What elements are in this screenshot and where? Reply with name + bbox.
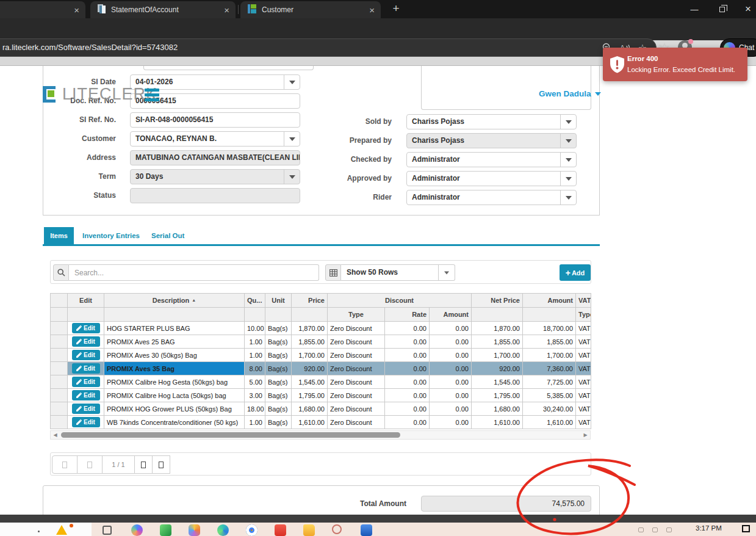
system-tray[interactable] (638, 527, 672, 532)
remarks-textarea[interactable] (421, 66, 591, 110)
discount-rate-cell: 0.00 (385, 335, 430, 349)
qty-cell: 1.00 (245, 335, 265, 349)
tab-inventory-entries[interactable]: Inventory Entries (82, 227, 140, 244)
add-item-button[interactable]: + Add (560, 264, 591, 281)
alert-dot (70, 524, 73, 527)
excel-icon[interactable] (160, 524, 171, 536)
tab-items[interactable]: Items (44, 227, 74, 244)
edit-row-button[interactable]: Edit (72, 336, 100, 347)
pencil-icon (76, 352, 82, 358)
task-view-icon[interactable] (103, 526, 112, 535)
table-row[interactable]: EditPROMIX Aves 35 Bag8.00Bag(s)920.00Ze… (51, 362, 591, 375)
column-header-price[interactable]: Price (292, 294, 328, 308)
approved-by-label: Approved by (327, 171, 406, 186)
tab-close-icon[interactable]: × (74, 5, 79, 15)
si-ref-no-field[interactable]: SI-AR-048-0000056415 (130, 112, 300, 128)
table-row[interactable]: EditPROMIX Aves 30 (50kgs) Bag1.00Bag(s)… (51, 349, 591, 362)
chevron-down-icon[interactable] (284, 75, 300, 89)
chevron-down-icon[interactable] (560, 115, 576, 129)
column-header-vat[interactable]: VAT (576, 294, 591, 308)
table-row[interactable]: EditPROMIX Calibre Hog Gesta (50kgs) bag… (51, 375, 591, 389)
cursor-dot (38, 531, 40, 532)
rider-field[interactable]: Administrator (406, 190, 577, 205)
approved-by-field[interactable]: Administrator (406, 171, 577, 186)
browser-tab-customer[interactable]: Customer × (240, 1, 381, 18)
column-header-net-price[interactable]: Net Price (472, 294, 523, 308)
discount-type-cell: Zero Discount (328, 402, 385, 416)
pagination-first-button[interactable] (52, 455, 77, 474)
pagination-next-button[interactable] (134, 455, 153, 474)
tab-close-icon[interactable]: × (369, 5, 375, 15)
chevron-down-icon[interactable] (560, 190, 576, 205)
description-cell: HOG STARTER PLUS BAG (104, 322, 245, 335)
edit-row-button[interactable]: Edit (72, 350, 100, 360)
column-header-amount[interactable]: Amount (523, 294, 576, 308)
compass-app-icon[interactable] (332, 524, 342, 534)
chevron-down-icon[interactable] (439, 264, 455, 281)
browser-tab-statement[interactable]: StatementOfAccount × (90, 1, 236, 18)
price-cell: 1,680.00 (292, 402, 328, 416)
edit-row-button[interactable]: Edit (72, 404, 100, 414)
edit-row-button[interactable]: Edit (72, 363, 100, 374)
table-row[interactable]: EditPROMIX Aves 25 BAG1.00Bag(s)1,855.00… (51, 335, 591, 349)
row-select-cell (51, 375, 68, 389)
row-select-cell (51, 389, 68, 402)
scroll-right-icon[interactable]: ▶ (581, 431, 589, 439)
file-explorer-icon[interactable] (303, 524, 315, 536)
column-subheader-type[interactable]: Type (328, 308, 385, 322)
browser-tab-current[interactable]: × (0, 1, 85, 18)
chevron-down-icon[interactable] (284, 132, 300, 146)
user-menu[interactable]: Gwen Dadula (539, 89, 601, 98)
notification-center-icon[interactable] (742, 525, 750, 532)
qty-cell: 18.00 (245, 402, 265, 416)
chevron-down-icon[interactable] (560, 172, 576, 186)
chrome-icon[interactable] (246, 524, 257, 536)
blue-app-icon[interactable] (361, 524, 372, 536)
table-row[interactable]: EditWB 7kinds Concentrate/conditioner (5… (51, 416, 591, 429)
warning-triangle-icon[interactable] (56, 525, 67, 535)
scrollbar-thumb[interactable] (61, 432, 400, 438)
horizontal-scrollbar[interactable]: ◀ ▶ (50, 430, 591, 440)
column-subheader-type[interactable]: Type (576, 308, 591, 322)
table-row[interactable]: EditPROMIX HOG Grower PLUS (50kgs) Bag18… (51, 402, 591, 416)
scroll-left-icon[interactable]: ◀ (51, 431, 59, 439)
edit-row-button[interactable]: Edit (72, 323, 100, 333)
table-row[interactable]: EditPROMIX Calibre Hog Lacta (50kgs) bag… (51, 389, 591, 402)
edit-row-button[interactable]: Edit (72, 377, 100, 387)
customer-field[interactable]: TONACAO, REYNAN B. (130, 131, 300, 147)
edit-row-button[interactable]: Edit (72, 417, 100, 427)
window-close-button[interactable]: × (736, 0, 756, 18)
error-toast[interactable]: Error 400 Locking Error. Exceed Credit L… (603, 48, 747, 81)
field-value: MATUBINAO CATAINGAN MASBATE(CLEAN LINE (131, 151, 300, 165)
checked-by-field[interactable]: Administrator (406, 152, 577, 167)
menu-hamburger-icon[interactable] (145, 89, 159, 103)
red-app-icon[interactable] (275, 524, 286, 536)
taskbar-clock[interactable]: 3:17 PM (696, 524, 722, 532)
chevron-down-icon[interactable] (560, 153, 576, 167)
rows-per-page-select[interactable]: Show 50 Rows (341, 264, 439, 281)
photos-icon[interactable] (189, 524, 200, 536)
tab-close-icon[interactable]: × (224, 5, 229, 15)
column-header-discount[interactable]: Discount (328, 294, 472, 308)
column-subheader-empty (245, 308, 265, 322)
url-text[interactable]: ra.liteclerk.com/Software/SalesDetail?id… (2, 43, 178, 52)
window-restore-button[interactable] (710, 0, 734, 18)
search-input[interactable] (69, 264, 319, 281)
column-header-description[interactable]: Description▲ (104, 294, 245, 308)
window-minimize-button[interactable]: — (682, 0, 707, 18)
prev-page-icon (87, 462, 92, 468)
tab-serial-out[interactable]: Serial Out (151, 227, 184, 244)
column-subheader-amount[interactable]: Amount (430, 308, 472, 322)
pagination-prev-button[interactable] (77, 455, 103, 474)
new-tab-button[interactable]: + (389, 2, 403, 15)
table-row[interactable]: EditHOG STARTER PLUS BAG10.00Bag(s)1,870… (51, 322, 591, 335)
edit-row-button[interactable]: Edit (72, 390, 100, 400)
column-header-edit[interactable]: Edit (68, 294, 104, 308)
edge-icon[interactable] (217, 524, 229, 536)
copilot-icon[interactable] (131, 524, 143, 536)
column-header-unit[interactable]: Unit (265, 294, 292, 308)
sold-by-field[interactable]: Chariss Pojass (406, 114, 577, 129)
pagination-last-button[interactable] (152, 455, 170, 474)
column-subheader-rate[interactable]: Rate (385, 308, 430, 322)
column-header-qu[interactable]: Qu... (245, 294, 265, 308)
